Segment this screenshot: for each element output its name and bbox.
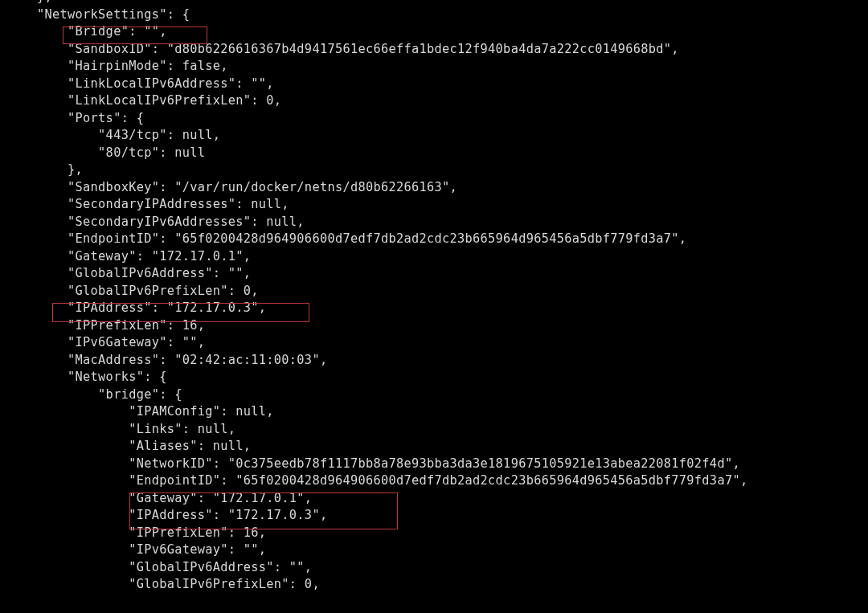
json-output: }, "NetworkSettings": { "Bridge": "", "S… xyxy=(0,0,868,594)
code-block: }, "NetworkSettings": { "Bridge": "", "S… xyxy=(6,0,747,591)
